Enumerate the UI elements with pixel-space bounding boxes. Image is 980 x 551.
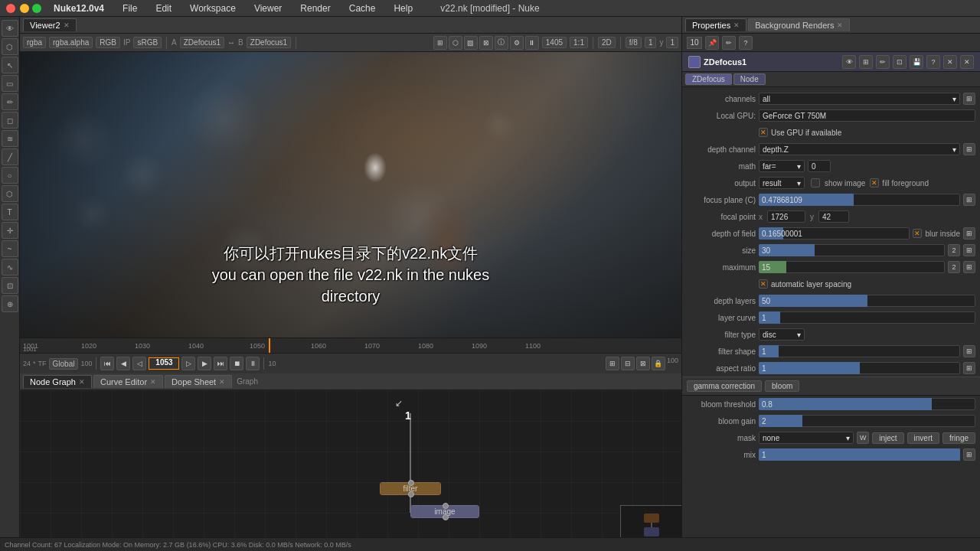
a-node-selector[interactable]: ZDefocus1 [180, 37, 224, 48]
menu-file[interactable]: File [119, 2, 140, 15]
toolbar-line-icon[interactable]: ╱ [2, 148, 18, 165]
node-tab[interactable]: Node [733, 73, 766, 85]
frame-display[interactable]: 1 [645, 37, 657, 48]
channels-dropdown[interactable]: all▾ [759, 93, 960, 105]
toolbar-roto-icon[interactable]: ⊡ [2, 277, 18, 294]
menu-render[interactable]: Render [297, 2, 333, 15]
auto-layer-checkbox[interactable]: ✕ [759, 279, 768, 289]
toolbar-cursor-icon[interactable]: ↖ [2, 57, 18, 73]
channels-extra-btn[interactable]: ⊞ [963, 93, 975, 105]
use-gpu-checkbox[interactable]: ✕ [759, 128, 768, 137]
toolbar-polygon-icon[interactable]: ⬡ [2, 185, 18, 202]
filter-type-dropdown[interactable]: disc▾ [759, 328, 805, 341]
bloom-threshold-slider[interactable]: 0.8 [759, 398, 975, 410]
depth-channel-dropdown[interactable]: depth.Z▾ [759, 143, 960, 155]
math-dropdown[interactable]: far=▾ [759, 160, 805, 172]
bloom-btn[interactable]: bloom [765, 380, 799, 392]
menu-edit[interactable]: Edit [152, 2, 175, 15]
dof-extra[interactable]: ⊞ [963, 227, 975, 240]
play-back-btn[interactable]: ◀ [116, 357, 130, 370]
invert-btn[interactable]: invert [907, 432, 939, 444]
depth-ch-extra[interactable]: ⊞ [963, 143, 975, 155]
mask-w-btn[interactable]: W [857, 432, 869, 444]
step-fwd-btn[interactable]: ▷ [181, 357, 195, 370]
node-view-btn[interactable]: 👁 [842, 55, 856, 69]
image-node-input[interactable] [443, 503, 449, 509]
toolbar-blur-icon[interactable]: ≋ [2, 130, 18, 147]
filter-node-output[interactable] [408, 491, 414, 497]
mix-extra[interactable]: ⊞ [963, 448, 975, 461]
viewer-canvas[interactable]: 你可以打开nukes目录下的v22.nk文件 you can open the … [20, 52, 681, 337]
step-back-btn[interactable]: ◁ [132, 357, 146, 370]
tl-icon2[interactable]: ⊟ [621, 357, 635, 370]
stop-btn[interactable]: ⏹ [230, 357, 243, 370]
output-dropdown[interactable]: result▾ [759, 177, 805, 189]
node-graph-tab[interactable]: Node Graph ✕ [23, 375, 92, 388]
size-slider[interactable]: 30 [759, 244, 945, 256]
colorspace-selector[interactable]: sRGB [133, 37, 162, 48]
close-btn[interactable] [6, 4, 15, 13]
size-extra1[interactable]: 2 [948, 244, 960, 256]
gamma-correction-btn[interactable]: gamma correction [687, 380, 762, 392]
color-mode-selector[interactable]: RGB [96, 37, 120, 48]
viewer-roi-btn[interactable]: ⊞ [433, 36, 447, 50]
toolbar-node-icon[interactable]: ⬡ [2, 38, 18, 55]
viewer-pause-btn[interactable]: ⏸ [525, 36, 539, 50]
props-pin-btn[interactable]: 📌 [705, 36, 719, 50]
node-edit-btn[interactable]: ✏ [876, 55, 890, 69]
maximize-btn[interactable] [32, 4, 41, 13]
node-help-btn[interactable]: ? [926, 55, 940, 69]
viewer-tab-close[interactable]: ✕ [64, 21, 70, 29]
maximum-slider[interactable]: 15 [759, 261, 945, 273]
node-graph-close[interactable]: ✕ [79, 378, 85, 386]
blur-inside-checkbox[interactable]: ✕ [913, 229, 922, 238]
go-end-btn[interactable]: ⏭ [214, 357, 227, 370]
size-extra2[interactable]: ⊞ [963, 244, 975, 256]
dof-slider[interactable]: 0.16500001 [759, 227, 910, 240]
aspect-ratio-slider[interactable]: 1 [759, 362, 960, 374]
props-edit-btn[interactable]: ✏ [722, 36, 736, 50]
resolution-display[interactable]: 1405 [542, 37, 567, 48]
bg-renders-close[interactable]: ✕ [837, 21, 843, 29]
alpha-channel-selector[interactable]: rgba.alpha [49, 37, 93, 48]
properties-tab-close[interactable]: ✕ [733, 21, 740, 29]
toolbar-zoom-icon[interactable]: ⊕ [2, 295, 18, 312]
inject-btn[interactable]: inject [872, 432, 903, 444]
tl-lock[interactable]: 🔒 [652, 357, 665, 370]
node-close-btn[interactable]: ✕ [960, 55, 974, 69]
menu-viewer[interactable]: Viewer [251, 2, 285, 15]
bg-renders-tab[interactable]: Background Renders ✕ [748, 18, 850, 31]
focal-y-input[interactable]: 42 [818, 210, 849, 223]
max-extra2[interactable]: ⊞ [963, 261, 975, 273]
props-help-btn[interactable]: ? [739, 36, 753, 50]
minimize-btn[interactable] [20, 4, 29, 13]
viewer-compare-btn[interactable]: ⊠ [479, 36, 493, 50]
node-canvas[interactable]: ↙ 1 filter image [20, 390, 681, 551]
bloom-gain-slider[interactable]: 2 [759, 415, 975, 427]
mix-slider[interactable]: 1 [759, 448, 960, 461]
max-extra1[interactable]: 2 [948, 261, 960, 273]
viewer-settings-btn[interactable]: ⚙ [510, 36, 524, 50]
viewer-tab[interactable]: Viewer2 ✕ [23, 18, 77, 31]
toolbar-paint-icon[interactable]: ✏ [2, 93, 18, 110]
focus-plane-slider[interactable]: 0.47868109 [759, 194, 960, 206]
view-mode-selector[interactable]: 2D [598, 37, 616, 48]
depth-layers-slider[interactable]: 50 [759, 295, 975, 307]
viewer-info-btn[interactable]: ⓘ [495, 36, 508, 50]
show-image-checkbox[interactable] [811, 178, 820, 187]
math-value[interactable]: 0 [808, 160, 831, 172]
filter-node-input[interactable] [408, 480, 414, 486]
f-value[interactable]: f/8 [626, 37, 642, 48]
b-node-selector[interactable]: ZDefocus1 [247, 37, 291, 48]
curve-editor-tab[interactable]: Curve Editor ✕ [93, 375, 163, 388]
dope-sheet-close[interactable]: ✕ [219, 378, 225, 386]
curve-editor-close[interactable]: ✕ [150, 378, 156, 386]
y-value[interactable]: 1 [666, 37, 678, 48]
image-node-output[interactable] [443, 514, 449, 520]
menu-cache[interactable]: Cache [346, 2, 379, 15]
filter-shape-extra[interactable]: ⊞ [963, 345, 975, 357]
mask-dropdown[interactable]: none▾ [759, 432, 854, 444]
dope-sheet-tab[interactable]: Dope Sheet ✕ [165, 375, 232, 388]
menu-help[interactable]: Help [390, 2, 416, 15]
properties-tab[interactable]: Properties ✕ [685, 18, 746, 31]
